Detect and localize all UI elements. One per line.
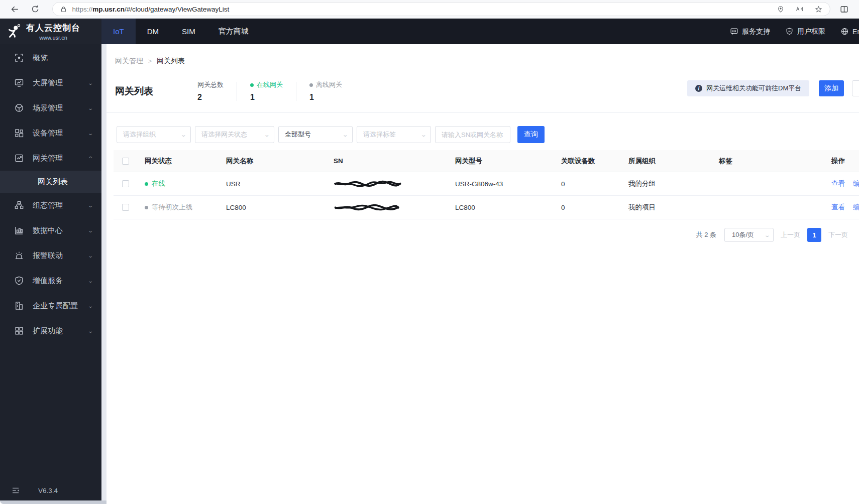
column-header-status: 网关状态: [145, 157, 226, 166]
stat-online-label: 在线网关: [257, 80, 283, 89]
main-content: 网关管理 > 网关列表 网关列表 网关总数 2 在线网关 1 离线网关 1 i: [106, 44, 859, 500]
query-button[interactable]: 查询: [517, 126, 545, 143]
sidebar: 概览 大屏管理 ⌄ 场景管理 ⌄ 设备管理 ⌄ 网关管理 ⌃ 网关列表 组态管理: [0, 44, 101, 500]
tag-select[interactable]: 请选择标签 ⌄: [357, 126, 431, 143]
select-all-checkbox[interactable]: [122, 158, 129, 165]
sidebar-item-device-mgmt[interactable]: 设备管理 ⌄: [0, 120, 101, 146]
sidebar-item-value-added[interactable]: 增值服务 ⌄: [0, 268, 101, 293]
breadcrumb-parent[interactable]: 网关管理: [115, 57, 143, 66]
breadcrumb: 网关管理 > 网关列表: [115, 57, 859, 66]
gateway-org: 我的分组: [628, 179, 719, 188]
url-host: mp.usr.cn: [92, 6, 125, 13]
stat-online-value: 1: [250, 93, 283, 102]
gateway-stats: 网关总数 2 在线网关 1 离线网关 1: [197, 80, 342, 102]
device-count: 0: [561, 204, 628, 211]
building-icon: [14, 301, 24, 311]
sidebar-item-label: 报警联动: [33, 251, 88, 261]
stat-offline-value: 1: [309, 93, 342, 102]
favorite-star-icon[interactable]: [814, 5, 823, 14]
table-header-row: 网关状态 网关名称 SN 网关型号 关联设备数 所属组织 标签 操作: [114, 150, 859, 172]
browser-refresh-button[interactable]: [28, 2, 43, 17]
device-grid-icon: [14, 128, 24, 138]
sn-redacted-scribble: [334, 180, 402, 187]
app-version: V6.3.4: [38, 487, 58, 494]
gateway-status: 等待初次上线: [145, 203, 226, 212]
badge-shield-icon: [14, 276, 24, 286]
table-row: 在线 USR USR-G806w-43 0 我的分组 查看 编辑: [114, 172, 859, 196]
chevron-down-icon: ⌄: [87, 80, 93, 86]
edit-link[interactable]: 编辑: [853, 179, 859, 188]
app-header: 有人云控制台 www.usr.cn IoT DM SIM 官方商城 服务支持 用…: [0, 19, 859, 44]
org-select[interactable]: 请选择组织 ⌄: [117, 126, 191, 143]
language-menu[interactable]: Eng: [840, 27, 859, 36]
url-path: /#/cloud/gateway/ViewGatewayList: [125, 6, 229, 13]
browser-back-button[interactable]: [8, 2, 23, 17]
sidebar-item-config-mgmt[interactable]: 组态管理 ⌄: [0, 193, 101, 218]
column-header-sn: SN: [334, 157, 455, 165]
brand: 有人云控制台 www.usr.cn: [0, 19, 101, 44]
breadcrumb-separator-icon: >: [148, 58, 152, 65]
bar-chart-icon: [14, 225, 24, 235]
next-page-button[interactable]: 下一页: [828, 230, 848, 239]
split-screen-icon: [839, 5, 849, 14]
url-text[interactable]: https://mp.usr.cn/#/cloud/gateway/ViewGa…: [72, 6, 777, 13]
stat-divider: [237, 82, 237, 101]
collapse-sidebar-icon[interactable]: [11, 486, 20, 495]
split-screen-button[interactable]: [836, 2, 851, 17]
gateway-sn: [334, 180, 455, 187]
sidebar-item-extensions[interactable]: 扩展功能 ⌄: [0, 318, 101, 343]
sidebar-item-label: 设备管理: [33, 129, 88, 138]
device-count: 0: [561, 180, 628, 188]
tab-iot[interactable]: IoT: [101, 19, 136, 44]
row-checkbox[interactable]: [122, 204, 129, 211]
offline-dot-icon: [309, 83, 313, 87]
stat-total-label: 网关总数: [197, 80, 224, 89]
overview-icon: [14, 53, 24, 63]
sidebar-item-screen-mgmt[interactable]: 大屏管理 ⌄: [0, 70, 101, 95]
sidebar-item-scene-mgmt[interactable]: 场景管理 ⌄: [0, 95, 101, 120]
sidebar-item-label: 企业专属配置: [33, 301, 88, 311]
support-label: 服务支持: [742, 27, 770, 36]
row-checkbox[interactable]: [122, 180, 129, 187]
pagination-total: 共 2 条: [696, 230, 716, 239]
gateway-model: USR-G806w-43: [455, 180, 561, 188]
sn-search-input[interactable]: [435, 126, 510, 143]
sidebar-item-label: 大屏管理: [33, 78, 88, 88]
read-aloud-icon[interactable]: [795, 5, 804, 13]
column-header-device-count: 关联设备数: [561, 157, 628, 166]
brand-subtitle: www.usr.cn: [26, 35, 80, 41]
sidebar-item-alarm-linkage[interactable]: 报警联动 ⌄: [0, 243, 101, 268]
current-page-button[interactable]: 1: [807, 228, 821, 242]
sidebar-subitem-gateway-list[interactable]: 网关列表: [0, 171, 101, 193]
tab-shop[interactable]: 官方商城: [207, 19, 260, 44]
chevron-down-icon: ⌄: [87, 105, 93, 111]
page-size-select[interactable]: 10条/页 ⌄: [724, 228, 774, 242]
add-gateway-button[interactable]: 添加: [819, 80, 844, 96]
sidebar-item-gateway-mgmt[interactable]: 网关管理 ⌃: [0, 146, 101, 171]
address-bar[interactable]: https://mp.usr.cn/#/cloud/gateway/ViewGa…: [52, 2, 831, 16]
gateway-table: 网关状态 网关名称 SN 网关型号 关联设备数 所属组织 标签 操作 在线 US…: [114, 150, 859, 219]
support-menu[interactable]: 服务支持: [730, 27, 770, 36]
model-select[interactable]: 全部型号 ⌄: [278, 126, 353, 143]
gateway-status-select[interactable]: 请选择网关状态 ⌄: [195, 126, 274, 143]
tab-sim[interactable]: SIM: [170, 19, 207, 44]
tab-dm[interactable]: DM: [136, 19, 170, 44]
chevron-down-icon: ⌄: [87, 278, 93, 284]
permission-menu[interactable]: 用户权限: [785, 27, 825, 36]
breadcrumb-current: 网关列表: [157, 57, 185, 66]
scene-cube-icon: [14, 103, 24, 113]
batch-button[interactable]: 批: [852, 80, 859, 96]
sidebar-item-overview[interactable]: 概览: [0, 45, 101, 70]
column-header-model: 网关型号: [455, 157, 561, 166]
location-pin-icon[interactable]: [777, 5, 785, 13]
sidebar-item-enterprise-config[interactable]: 企业专属配置 ⌄: [0, 293, 101, 318]
edit-link[interactable]: 编辑: [853, 203, 859, 212]
url-scheme: https://: [72, 6, 93, 13]
chevron-down-icon: ⌄: [420, 132, 427, 138]
prev-page-button[interactable]: 上一页: [781, 230, 800, 239]
sidebar-item-data-center[interactable]: 数据中心 ⌄: [0, 218, 101, 243]
org-chart-icon: [14, 200, 24, 210]
globe-icon: [840, 27, 849, 36]
view-link[interactable]: 查看: [831, 179, 845, 188]
view-link[interactable]: 查看: [831, 203, 845, 212]
